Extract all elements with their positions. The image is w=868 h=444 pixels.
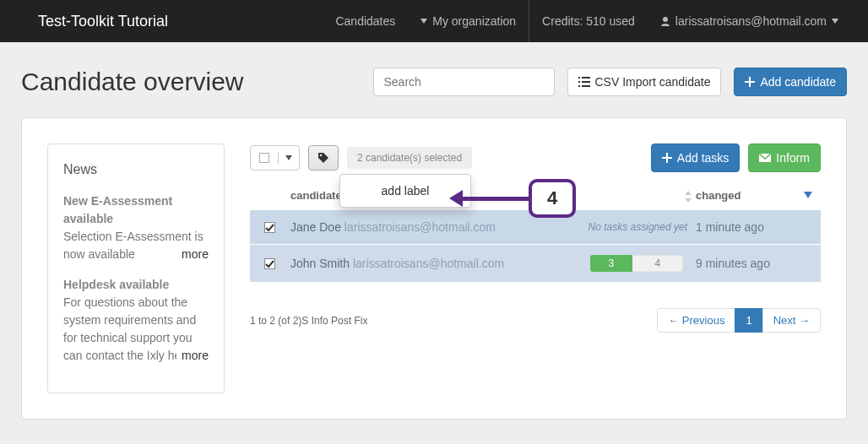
csv-import-button[interactable]: CSV Import candidate xyxy=(567,68,722,96)
plus-icon xyxy=(662,153,672,163)
tasks-total: 4 xyxy=(632,255,684,272)
list-toolbar: add label 2 candidate(s) selected Add ta… xyxy=(250,143,821,172)
range-info: 1 to 2 (of 2)S Info Post Fix xyxy=(250,315,367,327)
row-checkbox[interactable] xyxy=(257,222,282,233)
nav-my-organization[interactable]: My organization xyxy=(408,2,529,41)
news-heading: News xyxy=(63,160,209,180)
sort-icon xyxy=(684,191,692,203)
svg-rect-6 xyxy=(582,85,590,87)
tag-icon xyxy=(317,152,329,164)
pager-page-1[interactable]: 1 xyxy=(735,308,762,333)
top-navbar: Test-Toolkit Tutorial Candidates My orga… xyxy=(0,0,868,42)
select-all-split-button[interactable] xyxy=(250,145,300,171)
plus-icon xyxy=(745,77,755,87)
svg-rect-5 xyxy=(582,81,590,83)
checkbox-checked-icon xyxy=(264,222,275,233)
inform-label: Inform xyxy=(776,151,810,165)
news-more-link[interactable]: more xyxy=(176,347,209,365)
candidate-email: larissatroisans@hotmail.com xyxy=(344,220,496,234)
caret-down-icon xyxy=(285,155,292,160)
nav-user-menu[interactable]: larissatroisans@hotmail.com xyxy=(648,2,851,41)
row-checkbox[interactable] xyxy=(257,258,282,269)
task-progress-bar: 3 4 xyxy=(590,255,683,272)
nav-user-label: larissatroisans@hotmail.com xyxy=(675,14,827,28)
pager-prev[interactable]: ← Previous xyxy=(657,308,735,333)
callout-arrow-icon xyxy=(461,197,529,201)
candidate-name: Jane Doe xyxy=(290,220,341,234)
add-candidate-button[interactable]: Add candidate xyxy=(734,68,847,96)
pager: ← Previous 1 Next → xyxy=(658,308,821,333)
header-changed-label: changed xyxy=(696,189,741,202)
table-body: Jane Doe larissatroisans@hotmail.com No … xyxy=(250,210,821,283)
step-callout: 4 xyxy=(461,179,576,218)
page: Candidate overview CSV Import candidate … xyxy=(0,42,868,444)
svg-point-10 xyxy=(320,154,323,157)
sort-desc-icon xyxy=(804,192,812,198)
candidate-email: larissatroisans@hotmail.com xyxy=(353,257,504,270)
checkbox-checked-icon xyxy=(264,258,275,269)
nav-my-org-label: My organization xyxy=(432,14,516,28)
news-item: New E-Assessment available Selection E-A… xyxy=(63,192,209,263)
header-changed[interactable]: changed xyxy=(696,189,814,202)
news-item: Helpdesk available For questions about t… xyxy=(63,276,209,365)
nav-candidates[interactable]: Candidates xyxy=(323,2,408,41)
search-input[interactable] xyxy=(373,68,555,96)
inform-button[interactable]: Inform xyxy=(748,143,821,172)
pager-next[interactable]: Next → xyxy=(762,308,821,333)
svg-rect-2 xyxy=(578,81,580,83)
news-panel: News New E-Assessment available Selectio… xyxy=(47,143,225,393)
page-header-row: Candidate overview CSV Import candidate … xyxy=(21,68,847,96)
news-item-title: Helpdesk available xyxy=(63,276,209,294)
add-tasks-button[interactable]: Add tasks xyxy=(651,143,740,172)
row-changed: 9 minutes ago xyxy=(696,257,814,270)
svg-rect-14 xyxy=(264,222,274,232)
label-tag-button[interactable]: add label xyxy=(308,145,339,171)
toolbar-right-actions: Add tasks Inform xyxy=(651,143,821,172)
table-footer: 1 to 2 (of 2)S Info Post Fix ← Previous … xyxy=(250,308,821,333)
svg-point-0 xyxy=(663,17,668,22)
selection-count-pill: 2 candidate(s) selected xyxy=(347,147,472,169)
svg-rect-8 xyxy=(745,81,755,83)
add-candidate-label: Add candidate xyxy=(760,75,836,89)
svg-rect-4 xyxy=(582,77,590,79)
table-row[interactable]: John Smith larissatroisans@hotmail.com 3… xyxy=(250,245,821,283)
news-item-title: New E-Assessment available xyxy=(63,192,209,228)
caret-down-icon xyxy=(832,19,838,24)
page-title: Candidate overview xyxy=(21,68,243,96)
tasks-done: 3 xyxy=(590,255,632,272)
svg-rect-12 xyxy=(662,157,672,159)
row-changed: 1 minute ago xyxy=(696,220,814,234)
main-area: add label 2 candidate(s) selected Add ta… xyxy=(250,143,821,333)
content-card: News New E-Assessment available Selectio… xyxy=(21,117,847,420)
svg-rect-9 xyxy=(260,154,269,163)
add-tasks-label: Add tasks xyxy=(677,151,729,165)
callout-number: 4 xyxy=(529,179,576,218)
candidate-name: John Smith xyxy=(290,257,350,270)
row-tasks-progress: 3 4 xyxy=(578,255,696,272)
nav-credits: Credits: 510 used xyxy=(529,2,648,41)
select-all-checkbox[interactable] xyxy=(251,149,278,166)
user-icon xyxy=(660,16,670,26)
news-more-link[interactable]: more xyxy=(176,246,209,263)
caret-down-icon xyxy=(420,19,427,24)
row-tasks-none: No tasks assigned yet xyxy=(578,221,696,233)
row-candidate: John Smith larissatroisans@hotmail.com xyxy=(282,257,578,270)
brand-title: Test-Toolkit Tutorial xyxy=(38,13,168,30)
svg-rect-1 xyxy=(578,77,580,79)
list-icon xyxy=(578,77,590,87)
svg-rect-15 xyxy=(264,258,274,268)
csv-import-label: CSV Import candidate xyxy=(595,75,711,89)
checkbox-empty-icon xyxy=(259,153,269,163)
row-candidate: Jane Doe larissatroisans@hotmail.com xyxy=(282,220,578,234)
svg-rect-3 xyxy=(578,85,580,87)
envelope-icon xyxy=(759,154,771,162)
select-all-caret[interactable] xyxy=(278,152,299,164)
